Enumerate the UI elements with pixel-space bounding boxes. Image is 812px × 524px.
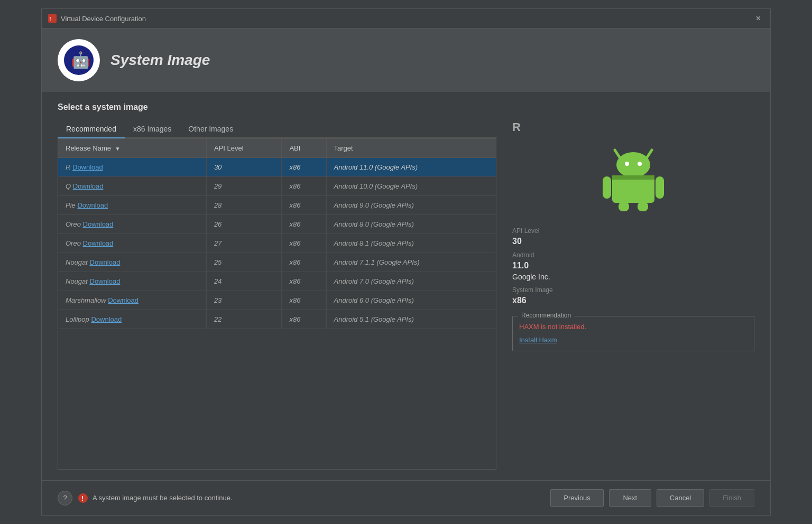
window-title: Virtual Device Configuration [61,15,146,23]
tab-other-images[interactable]: Other Images [180,120,242,138]
previous-button[interactable]: Previous [550,489,604,507]
table-row[interactable]: Oreo Download27x86Android 8.1 (Google AP… [58,234,496,253]
svg-rect-10 [612,175,654,180]
cell-target: Android 11.0 (Google APIs) [326,158,496,177]
close-button[interactable]: × [753,13,764,24]
table-row[interactable]: Lollipop Download22x86Android 5.1 (Googl… [58,310,496,329]
finish-button[interactable]: Finish [709,489,754,507]
cell-abi: x86 [282,196,326,215]
cell-abi: x86 [282,177,326,196]
svg-rect-13 [619,202,629,211]
footer: ? ! A system image must be selected to c… [42,480,770,515]
android-robot-icon [602,145,665,213]
cell-abi: x86 [282,234,326,253]
cancel-button[interactable]: Cancel [657,489,704,507]
download-link[interactable]: Download [77,201,108,209]
download-link[interactable]: Download [83,239,114,247]
warning-text: A system image must be selected to conti… [93,494,232,502]
left-panel: Recommended x86 Images Other Images Rele… [58,120,496,470]
cell-target: Android 7.1.1 (Google APIs) [326,253,496,272]
table-row[interactable]: Pie Download28x86Android 9.0 (Google API… [58,196,496,215]
download-link[interactable]: Download [90,258,121,266]
system-image-table: Release Name ▼ API Level ABI Target R Do… [58,139,496,329]
android-version-section: Android 11.0 Google Inc. [512,251,754,281]
table-row[interactable]: Q Download29x86Android 10.0 (Google APIs… [58,177,496,196]
cell-release-name: Oreo Download [58,234,206,253]
cell-abi: x86 [282,291,326,310]
cell-api-level: 29 [206,177,282,196]
download-link[interactable]: Download [91,315,122,323]
download-link[interactable]: Download [83,220,114,228]
svg-text:!: ! [49,16,51,22]
download-link[interactable]: Download [73,182,104,190]
cell-abi: x86 [282,310,326,329]
cell-abi: x86 [282,158,326,177]
right-panel: R [512,120,754,470]
svg-rect-11 [603,176,611,199]
svg-point-8 [638,162,642,166]
content-area: Select a system image Recommended x86 Im… [42,92,770,480]
cell-api-level: 27 [206,234,282,253]
cell-api-level: 25 [206,253,282,272]
system-image-table-wrap: Release Name ▼ API Level ABI Target R Do… [58,138,496,470]
cell-abi: x86 [282,272,326,291]
tab-x86-images[interactable]: x86 Images [125,120,180,138]
col-target[interactable]: Target [326,139,496,158]
app-icon: ! [48,14,57,23]
table-row[interactable]: Nougat Download24x86Android 7.0 (Google … [58,272,496,291]
cell-release-name: Nougat Download [58,253,206,272]
table-row[interactable]: Oreo Download26x86Android 8.0 (Google AP… [58,215,496,234]
download-link[interactable]: Download [72,163,103,171]
cell-target: Android 6.0 (Google APIs) [326,291,496,310]
cell-api-level: 26 [206,215,282,234]
download-link[interactable]: Download [108,296,139,304]
cell-target: Android 7.0 (Google APIs) [326,272,496,291]
cell-target: Android 8.0 (Google APIs) [326,215,496,234]
haxm-warning: HAXM is not installed. [519,323,748,331]
download-link[interactable]: Download [90,277,121,285]
header-icon-wrap: 🤖 [58,39,100,81]
cell-target: Android 5.1 (Google APIs) [326,310,496,329]
api-level-label: API Level [512,227,754,235]
header-section: 🤖 System Image [42,29,770,92]
cell-release-name: Pie Download [58,196,206,215]
page-title: System Image [110,52,210,69]
col-api-level[interactable]: API Level [206,139,282,158]
table-row[interactable]: Marshmallow Download23x86Android 6.0 (Go… [58,291,496,310]
cell-api-level: 22 [206,310,282,329]
cell-target: Android 9.0 (Google APIs) [326,196,496,215]
next-button[interactable]: Next [609,489,651,507]
install-haxm-link[interactable]: Install Haxm [519,336,557,344]
title-bar: ! Virtual Device Configuration × [42,9,770,29]
warning-icon: ! [78,493,88,503]
tab-recommended[interactable]: Recommended [58,120,125,138]
table-row[interactable]: R Download30x86Android 11.0 (Google APIs… [58,158,496,177]
svg-text:!: ! [81,495,84,502]
main-window: ! Virtual Device Configuration × 🤖 Syste… [41,8,771,516]
col-release-name[interactable]: Release Name ▼ [58,139,206,158]
android-icon-wrap [512,145,754,213]
footer-buttons: Previous Next Cancel Finish [550,489,754,507]
sort-icon: ▼ [115,146,121,152]
api-level-section: API Level 30 [512,227,754,246]
col-abi[interactable]: ABI [282,139,326,158]
recommendation-box: Recommendation HAXM is not installed. In… [512,316,754,351]
help-button[interactable]: ? [58,491,72,506]
warning-area: ! A system image must be selected to con… [78,493,232,503]
recommendation-title: Recommendation [518,312,574,319]
selected-release-letter: R [512,120,754,134]
cell-target: Android 10.0 (Google APIs) [326,177,496,196]
system-image-value: x86 [512,296,754,305]
table-row[interactable]: Nougat Download25x86Android 7.1.1 (Googl… [58,253,496,272]
svg-rect-14 [638,202,648,211]
vendor-value: Google Inc. [512,273,754,281]
tabs: Recommended x86 Images Other Images [58,120,496,138]
cell-api-level: 23 [206,291,282,310]
svg-text:🤖: 🤖 [71,51,91,70]
section-title: Select a system image [58,102,754,112]
footer-left: ? ! A system image must be selected to c… [58,491,232,506]
api-level-value: 30 [512,237,754,246]
cell-release-name: Marshmallow Download [58,291,206,310]
cell-api-level: 24 [206,272,282,291]
android-label: Android [512,251,754,259]
